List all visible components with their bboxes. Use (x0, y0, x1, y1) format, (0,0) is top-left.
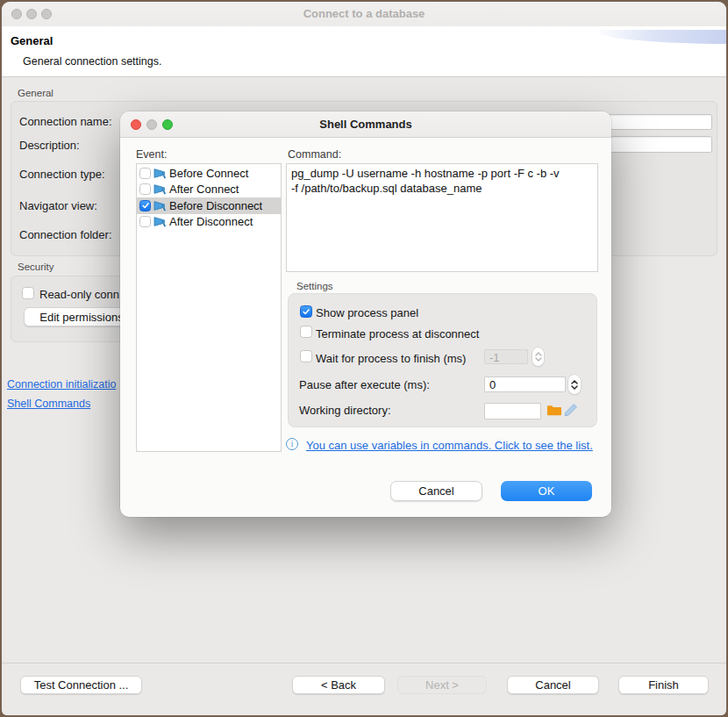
wait-ms-stepper (532, 348, 544, 366)
pause-after-execute-label: Pause after execute (ms): (299, 378, 430, 391)
checkmark-icon (302, 307, 310, 316)
desktop-background: Connect to a database General General co… (0, 0, 728, 717)
window-title: Connect to a database (2, 2, 726, 26)
folder-browse-button[interactable] (546, 404, 561, 417)
pause-ms-stepper[interactable] (568, 375, 581, 394)
variables-link[interactable]: You can use variables in commands. Click… (306, 439, 593, 452)
terminate-process-checkbox[interactable] (300, 326, 312, 338)
wait-for-process-checkbox[interactable] (300, 350, 312, 362)
finish-button[interactable]: Finish (618, 676, 709, 694)
info-icon (286, 438, 298, 450)
wait-for-process-label: Wait for process to finish (ms) (316, 352, 466, 365)
terminate-process-label: Terminate process at disconnect (316, 327, 479, 341)
event-row-label: After Disconnect (169, 215, 253, 228)
checkbox[interactable] (139, 200, 151, 212)
test-connection-button[interactable]: Test Connection ... (20, 676, 142, 694)
stepper-up-icon (535, 352, 542, 356)
pause-ms-input[interactable]: 0 (484, 376, 566, 392)
navigator-view-label: Navigator view: (19, 199, 97, 212)
connection-folder-label: Connection folder: (19, 228, 112, 241)
wizard-header: General General connection settings. (2, 26, 726, 77)
stepper-down-icon (571, 385, 578, 390)
security-section-label: Security (18, 262, 54, 272)
command-textarea[interactable]: pg_dump -U username -h hostname -p port … (286, 163, 598, 272)
page-title: General (11, 34, 53, 47)
event-label: Event: (136, 148, 167, 161)
folder-icon (546, 404, 561, 417)
connection-initialization-link[interactable]: Connection initializatio (7, 378, 116, 391)
cancel-button[interactable]: Cancel (507, 676, 599, 694)
header-decoration (593, 30, 726, 44)
description-label: Description: (19, 139, 80, 152)
dialog-titlebar: Shell Commands (120, 111, 611, 138)
pencil-edit-button[interactable] (563, 402, 579, 418)
event-row-label: Before Disconnect (169, 199, 262, 212)
event-list: Before Connect After Connect Before Disc… (136, 163, 282, 452)
megaphone-icon (153, 216, 167, 227)
working-directory-label: Working directory: (299, 404, 391, 417)
checkbox[interactable] (139, 183, 151, 195)
window-titlebar: Connect to a database (2, 2, 726, 27)
megaphone-icon (153, 168, 167, 179)
event-row-label: After Connect (169, 183, 239, 196)
back-button[interactable]: < Back (292, 676, 385, 694)
dialog-title: Shell Commands (120, 111, 611, 137)
checkbox[interactable] (139, 216, 151, 227)
command-label: Command: (288, 148, 341, 161)
page-subtitle: General connection settings. (23, 55, 161, 68)
connection-name-label: Connection name: (19, 115, 112, 128)
megaphone-icon (153, 183, 167, 195)
general-section-label: General (18, 88, 54, 98)
pencil-icon (563, 402, 579, 418)
connection-type-label: Connection type: (19, 168, 105, 181)
checkbox[interactable] (139, 168, 151, 179)
read-only-label: Read-only conn (39, 288, 119, 301)
shell-commands-dialog: Shell Commands Event: Before Connect Aft… (120, 111, 611, 517)
megaphone-icon (153, 200, 167, 212)
stepper-up-icon (571, 380, 578, 384)
settings-section-label: Settings (296, 281, 333, 291)
shell-commands-link[interactable]: Shell Commands (7, 398, 90, 410)
next-button: Next > (397, 676, 487, 694)
working-directory-input[interactable] (484, 403, 541, 419)
show-process-panel-checkbox[interactable] (300, 305, 312, 318)
event-row-before-disconnect[interactable]: Before Disconnect (137, 197, 281, 214)
event-row-after-connect[interactable]: After Connect (137, 182, 281, 198)
event-row-before-connect[interactable]: Before Connect (137, 165, 281, 182)
wizard-footer: Test Connection ... < Back Next > Cancel… (2, 663, 726, 715)
checkmark-icon (141, 201, 150, 210)
read-only-checkbox[interactable] (22, 287, 34, 299)
event-row-after-disconnect[interactable]: After Disconnect (137, 214, 281, 231)
connect-database-window: Connect to a database General General co… (2, 2, 726, 715)
wait-ms-input: -1 (484, 349, 528, 364)
dialog-cancel-button[interactable]: Cancel (390, 481, 482, 501)
stepper-down-icon (535, 357, 542, 362)
dialog-ok-button[interactable]: OK (501, 481, 592, 501)
show-process-panel-label: Show process panel (316, 306, 418, 319)
event-row-label: Before Connect (169, 167, 248, 180)
